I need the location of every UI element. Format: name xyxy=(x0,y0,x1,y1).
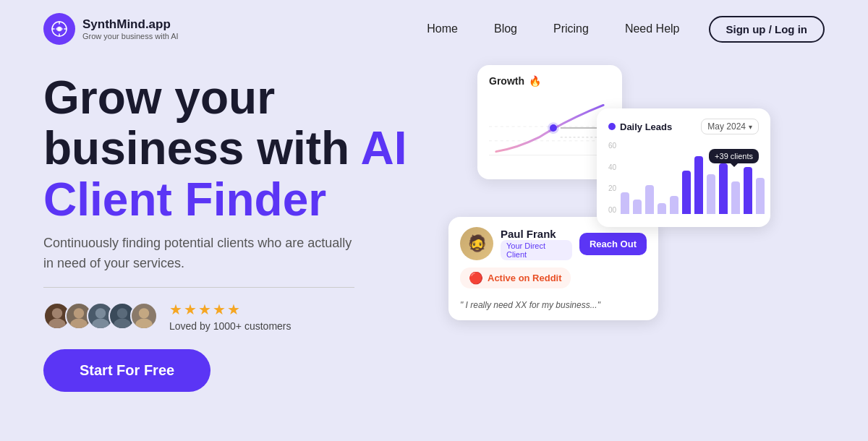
leads-title: Daily Leads xyxy=(620,121,672,132)
bar xyxy=(707,174,715,214)
bar xyxy=(645,185,654,214)
daily-leads-card: Daily Leads May 2024 ▾ +39 clients 60 40… xyxy=(597,108,770,227)
bar xyxy=(744,167,752,214)
avatar xyxy=(130,302,158,330)
svg-point-15 xyxy=(135,319,152,328)
start-free-button[interactable]: Start For Free xyxy=(43,349,210,392)
bar xyxy=(756,178,765,214)
hero-section: Grow your business with AI Client Finder… xyxy=(0,58,868,392)
svg-point-10 xyxy=(95,309,106,319)
logo-text: SynthMind.app Grow your business with AI xyxy=(82,17,179,40)
growth-chart xyxy=(489,94,610,166)
nav-blog[interactable]: Blog xyxy=(494,22,517,35)
logo[interactable]: SynthMind.app Grow your business with AI xyxy=(43,13,179,45)
svg-point-6 xyxy=(52,309,62,319)
svg-point-8 xyxy=(74,309,84,319)
svg-point-20 xyxy=(548,122,559,134)
svg-point-9 xyxy=(70,319,87,328)
leads-month-label: May 2024 xyxy=(707,121,746,132)
nav-pricing[interactable]: Pricing xyxy=(553,22,589,35)
hero-title: Grow your business with AI Client Finder xyxy=(43,72,420,225)
logo-name: SynthMind.app xyxy=(82,17,179,32)
y-axis: 60 40 20 00 xyxy=(608,142,616,214)
client-avatar: 🧔 xyxy=(460,227,493,260)
bar-chart-wrap: +39 clients 60 40 20 00 xyxy=(608,142,759,214)
signup-login-button[interactable]: Sign up / Log in xyxy=(709,16,825,43)
growth-card-header: Growth 🔥 xyxy=(489,75,610,87)
bar xyxy=(670,196,678,214)
bar xyxy=(682,171,691,214)
hero-title-line1: Grow your xyxy=(43,72,275,124)
reach-out-button[interactable]: Reach Out xyxy=(579,233,647,255)
hero-dashboard: Growth 🔥 xyxy=(448,65,825,376)
client-top: 🧔 Paul Frank Your Direct Client Reach Ou… xyxy=(460,227,647,260)
logo-icon xyxy=(43,13,75,45)
hero-divider xyxy=(43,287,354,288)
leads-header: Daily Leads May 2024 ▾ xyxy=(608,119,759,134)
client-name: Paul Frank xyxy=(501,228,572,240)
client-quote: " I really need XX for my business..." xyxy=(460,300,647,310)
hero-title-line2: business with xyxy=(43,122,349,174)
star-rating: ★★★★★ xyxy=(169,301,292,318)
hero-description: Continuously finding potential clients w… xyxy=(43,234,354,274)
loved-label: Loved by 1000+ customers xyxy=(169,320,292,332)
y-label: 40 xyxy=(608,163,616,171)
growth-title: Growth xyxy=(489,75,524,87)
leads-month-selector[interactable]: May 2024 ▾ xyxy=(701,119,759,134)
bar xyxy=(694,156,703,214)
growth-fire-icon: 🔥 xyxy=(529,75,541,87)
hero-title-ai: AI xyxy=(361,122,407,174)
nav-home[interactable]: Home xyxy=(427,22,458,35)
svg-point-11 xyxy=(92,319,109,328)
svg-point-12 xyxy=(117,309,127,319)
navbar: SynthMind.app Grow your business with AI… xyxy=(0,0,868,58)
reddit-label: Active on Reddit xyxy=(488,273,562,283)
leads-dot-icon xyxy=(608,123,616,130)
social-proof: ★★★★★ Loved by 1000+ customers xyxy=(43,301,420,332)
bar xyxy=(633,200,642,214)
rating: ★★★★★ Loved by 1000+ customers xyxy=(169,301,292,332)
avatar-group xyxy=(43,302,158,330)
reddit-badge: 🔴 Active on Reddit xyxy=(460,267,571,288)
client-tag: Your Direct Client xyxy=(501,240,572,260)
leads-tooltip: +39 clients xyxy=(709,149,759,163)
bar xyxy=(731,181,740,214)
svg-point-7 xyxy=(48,319,65,328)
chevron-down-icon: ▾ xyxy=(749,123,752,131)
bar xyxy=(621,192,629,214)
svg-point-1 xyxy=(58,27,61,31)
logo-subtitle: Grow your business with AI xyxy=(82,32,179,40)
svg-point-14 xyxy=(139,309,149,319)
y-label: 60 xyxy=(608,142,616,150)
bar xyxy=(658,203,666,214)
y-label: 00 xyxy=(608,206,616,214)
reddit-icon: 🔴 xyxy=(469,271,483,285)
client-info: Paul Frank Your Direct Client xyxy=(501,228,572,260)
bar xyxy=(719,163,728,214)
hero-title-client-finder: Client Finder xyxy=(43,174,326,226)
client-card: 🧔 Paul Frank Your Direct Client Reach Ou… xyxy=(448,217,658,320)
nav-links: Home Blog Pricing Need Help xyxy=(427,22,679,35)
svg-point-13 xyxy=(114,319,130,328)
leads-title-wrap: Daily Leads xyxy=(608,121,672,132)
y-label: 20 xyxy=(608,184,616,192)
nav-help[interactable]: Need Help xyxy=(625,22,680,35)
hero-left: Grow your business with AI Client Finder… xyxy=(43,72,420,392)
